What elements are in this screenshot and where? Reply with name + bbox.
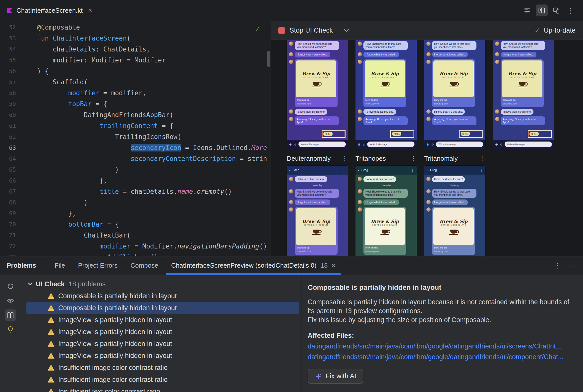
more-options-icon[interactable]: ⋮ (564, 4, 576, 16)
line-number[interactable]: 68 (0, 199, 16, 206)
panel-title[interactable]: Problems (7, 262, 36, 270)
line-number[interactable]: 73 (0, 254, 16, 256)
line-number[interactable]: 64 (0, 156, 16, 162)
add-icon[interactable]: ⊕ (358, 143, 361, 146)
emoji-icon[interactable]: ☺ (362, 143, 365, 146)
kebab-icon[interactable]: ⋮ (410, 155, 417, 162)
panel-tab[interactable]: File (48, 256, 72, 274)
code-line[interactable]: 71 ChatTextBar( (0, 230, 270, 241)
line-number[interactable]: 57 (0, 79, 16, 85)
code-line[interactable]: 56) { (0, 66, 270, 76)
panel-tab-active[interactable]: ChatInterfaceScreenPreview (sortedChatDe… (165, 256, 342, 274)
code-line[interactable]: 62 TrailingIconsRow( (0, 131, 270, 142)
code-line[interactable]: 72 modifier = Modifier.navigationBarsPad… (0, 241, 270, 252)
close-tab-icon[interactable]: × (88, 7, 92, 14)
code-line[interactable]: 68 ) (0, 197, 270, 208)
chat-preview-tritanomaly[interactable]: ‹Greg⋮Haha, next time for sure!Yesterday… (424, 166, 485, 256)
line-number[interactable]: 55 (0, 57, 16, 64)
eye-icon[interactable] (5, 295, 16, 306)
code-line[interactable]: 65 ) (0, 164, 270, 175)
emoji-icon[interactable]: ☺ (500, 143, 503, 146)
code-line[interactable]: 73 onAddClick = {} (0, 252, 270, 256)
problem-item[interactable]: ImageView is partially hidden in layout (26, 314, 299, 326)
chat-preview-deuteranomaly[interactable]: ‹Greg⋮Haha, next time for sure!Yesterday… (287, 166, 348, 256)
quickfix-bulb-icon[interactable] (5, 324, 16, 335)
line-number[interactable]: 54 (0, 46, 16, 52)
chevron-down-icon[interactable] (344, 29, 349, 32)
line-number[interactable]: 52 (0, 24, 16, 30)
stop-ui-check-button[interactable]: Stop UI Check (289, 26, 333, 34)
editor-tab[interactable]: ChatInterfaceScreen.kt × (0, 0, 99, 21)
back-icon[interactable]: ‹ (427, 169, 428, 172)
device-preview-icon[interactable] (550, 4, 562, 16)
panel-more-icon[interactable]: ⋮ (554, 262, 561, 270)
code-line[interactable]: 70 bottomBar = { (0, 219, 270, 230)
code-line[interactable]: 53fun ChatInterfaceScreen( (0, 33, 270, 44)
tab-close-icon[interactable]: × (332, 262, 335, 269)
line-number[interactable]: 63 (0, 144, 16, 151)
kebab-icon[interactable]: ⋮ (479, 155, 485, 162)
code-line[interactable]: 55 modifier: Modifier = Modifier (0, 55, 270, 66)
line-number[interactable]: 65 (0, 166, 16, 173)
code-line[interactable]: 60 DatingAndFriendsAppBar( (0, 110, 270, 120)
line-number[interactable]: 66 (0, 177, 16, 184)
line-number[interactable]: 69 (0, 210, 16, 217)
line-number[interactable]: 67 (0, 188, 16, 195)
kebab-icon[interactable]: ⋮ (342, 155, 348, 162)
code-line[interactable]: 59 topBar = { (0, 98, 270, 110)
problem-item[interactable]: Insufficient text color contrast ratio (26, 386, 299, 392)
code-line[interactable]: 58 modifier = modifier, (0, 88, 270, 98)
kebab-icon[interactable]: ⋮ (480, 169, 483, 172)
line-number[interactable]: 56 (0, 68, 16, 74)
code-line[interactable]: 52@Composable (0, 22, 270, 33)
add-icon[interactable]: ⊕ (426, 143, 429, 146)
stop-icon[interactable] (278, 27, 285, 34)
line-number[interactable]: 53 (0, 35, 16, 42)
problem-item[interactable]: Insufficient image color contrast ratio (26, 362, 299, 374)
chat-preview-tritanopes[interactable]: ‹Greg⋮Haha, next time for sure!Yesterday… (356, 166, 417, 256)
line-number[interactable]: 58 (0, 90, 16, 96)
panel-tab[interactable]: Project Errors (72, 256, 124, 274)
code-line[interactable]: 57 Scaffold( (0, 76, 270, 88)
line-number[interactable]: 72 (0, 243, 16, 250)
chat-preview-preview-1[interactable]: Hey! Should we go to that cafe you menti… (287, 40, 348, 149)
message-input[interactable]: Write A Message (367, 142, 414, 147)
problem-item[interactable]: Composable is partially hidden in layout (26, 290, 299, 302)
minimize-icon[interactable]: — (568, 262, 575, 270)
message-input[interactable]: Write A Message (436, 142, 483, 147)
add-icon[interactable]: ⊕ (289, 143, 292, 146)
line-number[interactable]: 60 (0, 112, 16, 118)
code-line[interactable]: 63 secondaryIcon = Icons.Outlined.More (0, 142, 270, 153)
line-number[interactable]: 62 (0, 134, 16, 140)
message-input[interactable]: Write A Message (299, 142, 346, 147)
chat-preview-preview-3[interactable]: Hey! Should we go to that cafe you menti… (424, 40, 485, 149)
reader-mode-icon[interactable] (5, 310, 16, 321)
chat-preview-preview-4[interactable]: Hey! Should we go to that cafe you menti… (493, 40, 554, 149)
line-number[interactable]: 70 (0, 221, 16, 228)
panel-tab[interactable]: Compose (124, 256, 165, 274)
chat-preview-preview-2[interactable]: Hey! Should we go to that cafe you menti… (356, 40, 417, 149)
code-line[interactable]: 64 secondaryContentDescription = strin (0, 153, 270, 164)
structure-icon[interactable] (521, 4, 533, 16)
kebab-icon[interactable]: ⋮ (411, 169, 414, 172)
fix-with-ai-button[interactable]: Fix with AI (308, 369, 363, 384)
ui-check-group-header[interactable]: UI Check 18 problems (21, 278, 301, 290)
inspections-passed-icon[interactable]: ✓ (254, 25, 261, 34)
code-editor[interactable]: 52@Composable53fun ChatInterfaceScreen(5… (0, 22, 270, 256)
problem-item[interactable]: ImageView is partially hidden in layout (26, 326, 299, 338)
editor-scrollbar[interactable] (267, 51, 270, 67)
message-input[interactable]: Write A Message (505, 142, 552, 147)
code-line[interactable]: 54 chatDetails: ChatDetails, (0, 44, 270, 55)
code-line[interactable]: 67 title = chatDetails.name.orEmpty() (0, 186, 270, 197)
code-line[interactable]: 61 trailingContent = { (0, 120, 270, 131)
affected-file-link[interactable]: datingandfriends/src/main/java/com/ibm/g… (308, 353, 573, 361)
problem-item[interactable]: Insufficient image color contrast ratio (26, 374, 299, 386)
emoji-icon[interactable]: ☺ (294, 143, 297, 146)
line-number[interactable]: 61 (0, 122, 16, 129)
back-icon[interactable]: ‹ (289, 169, 291, 172)
affected-file-link[interactable]: datingandfriends/src/main/java/com/ibm/g… (308, 342, 573, 350)
refresh-icon[interactable] (5, 280, 16, 292)
problem-item[interactable]: ImageView is partially hidden in layout (26, 350, 299, 362)
line-number[interactable]: 71 (0, 232, 16, 238)
code-line[interactable]: 69 }, (0, 208, 270, 219)
